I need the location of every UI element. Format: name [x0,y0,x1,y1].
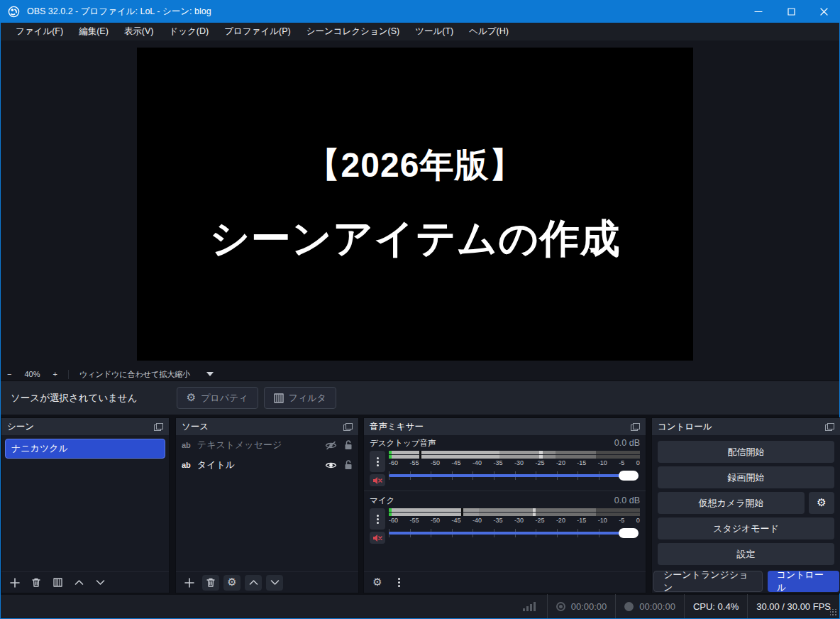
controls-panel-title: コントロール [658,421,712,433]
start-recording-button[interactable]: 録画開始 [658,466,834,488]
obs-main-window: OBS 32.0.2 - プロファイル: LoL - シーン: blog ファイ… [0,0,840,619]
mixer-menu-button[interactable] [390,575,407,591]
menu-tools[interactable]: ツール(T) [407,23,461,40]
program-canvas[interactable]: 【2026年版】 シーンアイテムの作成 [137,48,693,361]
source-row-title[interactable]: ab タイトル [176,455,358,475]
sources-panel-header[interactable]: ソース [176,418,358,435]
chevron-down-icon[interactable] [206,372,214,376]
kebab-icon [377,515,379,524]
slider-handle[interactable] [619,528,639,538]
cpu-usage: CPU: 0.4% [684,594,747,618]
scenes-panel-header[interactable]: シーン [1,418,169,435]
filters-button-label: フィルタ [289,392,326,405]
divider [68,370,69,379]
volume-slider[interactable] [389,526,640,540]
audio-mixer-title: 音声ミキサー [370,421,424,433]
menu-bar: ファイル(F) 編集(E) 表示(V) ドック(D) プロファイル(P) シーン… [1,23,839,40]
scene-down-button[interactable] [92,575,109,591]
record-timer: 00:00:00 [615,594,684,618]
zoom-out-button[interactable]: − [1,370,18,378]
controls-panel-header[interactable]: コントロール [652,418,840,435]
source-name: テキストメッセージ [197,439,318,451]
properties-button[interactable]: ⚙ プロパティ [177,387,258,409]
audio-mixer-header[interactable]: 音声ミキサー [364,418,646,435]
menu-edit[interactable]: 編集(E) [71,23,116,40]
scenes-panel: シーン ナニカツクル [1,417,170,593]
kebab-icon [377,457,379,466]
zoom-in-button[interactable]: + [46,370,63,378]
settings-button[interactable]: 設定 [658,543,834,565]
stream-timer: 00:00:00 [547,594,616,618]
tab-controls[interactable]: コントロール [768,571,839,592]
remove-source-button[interactable] [202,575,219,591]
scenes-toolbar [1,571,169,593]
remove-scene-button[interactable] [28,575,45,591]
virtual-camera-settings-button[interactable]: ⚙ [809,492,834,514]
source-row-text-message[interactable]: ab テキストメッセージ [176,435,358,455]
channel-menu-button[interactable] [370,451,385,472]
close-button[interactable] [807,0,840,23]
visibility-off-icon[interactable] [325,441,337,450]
record-icon [624,602,634,611]
visibility-on-icon[interactable] [325,461,337,470]
source-down-button[interactable] [266,575,283,591]
slider-handle[interactable] [619,471,639,481]
fit-to-window-label[interactable]: ウィンドウに合わせて拡大縮小 [73,369,197,380]
channel-name: マイク [370,495,394,506]
mute-button[interactable] [370,532,385,544]
add-scene-button[interactable] [6,575,23,591]
menu-help[interactable]: ヘルプ(H) [461,23,516,40]
popout-dock-icon[interactable] [825,423,834,431]
menu-profile[interactable]: プロファイル(P) [216,23,298,40]
studio-mode-button[interactable]: スタジオモード [658,517,834,539]
tab-scene-transitions[interactable]: シーントランジション [653,571,763,592]
mixer-channel-mic: マイク 0.0 dB [364,493,646,544]
channel-menu-button[interactable] [370,508,385,530]
start-streaming-button[interactable]: 配信開始 [658,441,834,463]
scene-item-selected[interactable]: ナニカツクル [5,439,165,459]
window-title: OBS 32.0.2 - プロファイル: LoL - シーン: blog [27,6,211,18]
meter-scale: -60-55-50-45-40-35-30-25-20-15-10-50 [389,459,640,468]
canvas-text-line2: シーンアイテムの作成 [209,212,620,266]
source-properties-button[interactable]: ⚙ [223,575,241,591]
popout-dock-icon[interactable] [631,423,640,431]
signal-bars-icon [523,601,536,611]
no-source-selected-label: ソースが選択されていません [11,392,138,405]
popout-dock-icon[interactable] [343,423,353,431]
volume-meter [389,455,640,459]
minimize-button[interactable] [742,0,775,23]
lock-open-icon[interactable] [344,440,353,450]
dock-area: シーン ナニカツクル ソース ab テキ [1,415,839,593]
add-source-button[interactable] [181,575,198,591]
fps-counter: 30.00 / 30.00 FPS [747,594,839,618]
filters-button[interactable]: フィルタ [264,387,336,409]
stream-time: 00:00:00 [571,601,607,612]
lock-open-icon[interactable] [344,460,353,470]
controls-panel: コントロール 配信開始 録画開始 仮想カメラ開始 ⚙ スタジオモード 設定 [651,417,840,593]
menu-view[interactable]: 表示(V) [116,23,162,40]
maximize-button[interactable] [775,0,807,23]
resize-grip[interactable] [830,609,837,616]
filter-icon [274,393,284,403]
sources-toolbar: ⚙ [176,571,358,593]
meter-scale: -60-55-50-45-40-35-30-25-20-15-10-50 [389,517,640,525]
obs-logo-icon [8,6,20,18]
menu-docks[interactable]: ドック(D) [161,23,216,40]
menu-scene-collection[interactable]: シーンコレクション(S) [299,23,408,40]
popout-dock-icon[interactable] [154,423,163,431]
sources-panel-title: ソース [182,421,209,433]
source-context-toolbar: ソースが選択されていません ⚙ プロパティ フィルタ [1,381,839,415]
mute-button[interactable] [370,474,385,486]
scene-filters-button[interactable] [49,575,66,591]
volume-meter [389,508,640,512]
source-up-button[interactable] [245,575,262,591]
menu-file[interactable]: ファイル(F) [8,23,71,40]
scene-up-button[interactable] [70,575,87,591]
start-virtual-camera-button[interactable]: 仮想カメラ開始 [658,492,805,514]
advanced-audio-properties-button[interactable]: ⚙ [369,575,386,591]
text-source-icon: ab [182,461,191,469]
title-bar[interactable]: OBS 32.0.2 - プロファイル: LoL - シーン: blog [0,0,840,23]
gear-icon: ⚙ [187,393,196,403]
channel-volume-db: 0.0 dB [614,495,640,505]
volume-slider[interactable] [389,469,640,483]
